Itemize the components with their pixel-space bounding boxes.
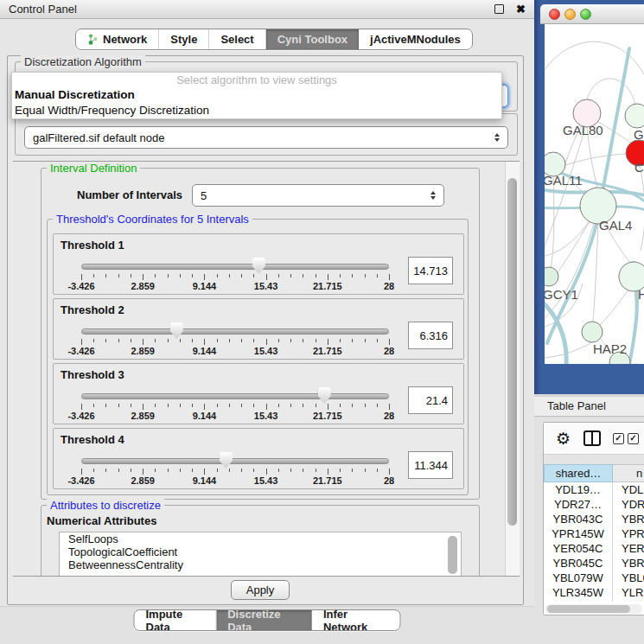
- minimize-traffic-light-icon[interactable]: [564, 9, 576, 20]
- table-row[interactable]: YDL19…YDL1: [544, 482, 644, 497]
- table-row[interactable]: YPR145WYPR1: [544, 526, 644, 541]
- threshold-value-field[interactable]: 14.713: [408, 257, 453, 284]
- table-horizontal-scrollbar-thumb[interactable]: [547, 605, 630, 613]
- slider-tick: [168, 404, 169, 407]
- table-row[interactable]: YER054CYER0: [544, 541, 644, 556]
- threshold-slider-thumb[interactable]: [170, 322, 183, 339]
- table-row[interactable]: YIL052CYIL0: [544, 600, 644, 602]
- threshold-slider-thumb[interactable]: [252, 258, 265, 274]
- attribute-list-item[interactable]: TopologicalCoefficient: [60, 545, 461, 558]
- table-row[interactable]: YBR043CYBR0: [544, 512, 644, 526]
- settings-scrollbar-thumb[interactable]: [507, 178, 517, 526]
- table-data-value: galFiltered.sif default node: [33, 131, 164, 144]
- interval-definition-group: Interval Definition Number of Intervals …: [41, 168, 480, 500]
- threshold-box: Threshold 3-3.4262.8599.14415.4321.71528…: [53, 363, 464, 424]
- threshold-value-field[interactable]: 11.344: [408, 451, 453, 479]
- checkbox-icon[interactable]: ✓: [628, 433, 639, 444]
- slider-tick: [365, 404, 366, 407]
- slider-tick: [155, 469, 156, 472]
- slider-tick: [192, 339, 193, 342]
- network-node[interactable]: [545, 267, 558, 286]
- tab-jactivemnodules[interactable]: jActiveMNodules: [359, 29, 472, 49]
- table-header-row: shared… n: [544, 464, 644, 482]
- network-edge[interactable]: [587, 79, 635, 105]
- table-cell-name: YIL0: [613, 600, 644, 602]
- tab-label: Infer Network: [323, 609, 389, 631]
- tab-discretize-data[interactable]: Discretize Data: [216, 610, 312, 630]
- slider-tick: [131, 469, 131, 472]
- slider-tick: [352, 469, 353, 472]
- table-horizontal-scrollbar[interactable]: [545, 604, 642, 614]
- numerical-attributes-list[interactable]: SelfLoopsTopologicalCoefficientBetweenne…: [59, 532, 462, 577]
- threshold-value-field[interactable]: 21.4: [408, 386, 453, 414]
- slider-tick: [278, 469, 279, 472]
- network-node[interactable]: [625, 104, 644, 128]
- slider-tick: [180, 274, 181, 277]
- threshold-slider-thumb[interactable]: [220, 452, 233, 469]
- slider-tick: [81, 469, 82, 475]
- attribute-list-item[interactable]: SelfLoops: [60, 532, 461, 545]
- threshold-slider-track[interactable]: [81, 264, 389, 270]
- table-row[interactable]: YDR27…YDR2: [544, 497, 644, 512]
- tab-cyni-toolbox[interactable]: Cyni Toolbox: [266, 29, 359, 49]
- table-data-combo[interactable]: galFiltered.sif default node: [24, 126, 508, 149]
- slider-tick: [118, 469, 119, 472]
- tab-select[interactable]: Select: [209, 29, 265, 49]
- list-scrollbar-thumb[interactable]: [448, 536, 457, 574]
- network-edge[interactable]: [599, 290, 628, 326]
- algorithm-option[interactable]: Equal Width/Frequency Discretization: [12, 103, 501, 118]
- column-header-shared-name[interactable]: shared…: [544, 464, 613, 482]
- network-window-frame[interactable]: GAL80GCGAL11GAL4GCY1HHAP2: [534, 0, 644, 394]
- attribute-list-item[interactable]: BetweennessCentrality: [60, 558, 461, 571]
- split-columns-icon[interactable]: [583, 430, 601, 446]
- table-row[interactable]: YBL079WYBL0: [544, 571, 644, 585]
- number-of-intervals-combo[interactable]: 5: [192, 184, 444, 207]
- slider-tick: [290, 404, 291, 407]
- close-traffic-light-icon[interactable]: [549, 9, 560, 20]
- gear-icon[interactable]: ⚙: [556, 430, 571, 447]
- table-cell-shared-name: YBR045C: [544, 556, 613, 571]
- zoom-traffic-light-icon[interactable]: [580, 9, 591, 20]
- slider-tick: [192, 404, 193, 407]
- table-row[interactable]: YLR345WYLR3: [544, 585, 644, 600]
- tab-label: jActiveMNodules: [370, 33, 461, 46]
- slider-tick: [278, 339, 279, 342]
- network-node[interactable]: [582, 322, 603, 342]
- network-canvas[interactable]: GAL80GCGAL11GAL4GCY1HHAP2: [545, 24, 644, 364]
- checkbox-icon[interactable]: ✓: [613, 433, 624, 444]
- threshold-slider-track[interactable]: [81, 458, 389, 464]
- control-panel: Control Panel ✖ NetworkStyleSelectCyni T…: [0, 0, 534, 644]
- threshold-slider-track[interactable]: [81, 328, 389, 335]
- column-header-name[interactable]: n: [613, 464, 644, 482]
- slider-tick: [316, 469, 316, 472]
- close-icon[interactable]: ✖: [516, 5, 526, 13]
- tab-style[interactable]: Style: [159, 29, 209, 49]
- network-edge[interactable]: [545, 220, 590, 257]
- table-row[interactable]: YBR045CYBR0: [544, 556, 644, 571]
- threshold-value-field[interactable]: 6.316: [408, 322, 453, 349]
- tab-impute-data[interactable]: Impute Data: [135, 610, 217, 630]
- network-node-label: C: [634, 160, 644, 175]
- slider-tick: [217, 339, 218, 342]
- tab-network[interactable]: Network: [76, 29, 159, 49]
- threshold-slider-thumb[interactable]: [318, 387, 331, 404]
- threshold-slider-track[interactable]: [81, 393, 389, 399]
- tab-label: Cyni Toolbox: [277, 33, 348, 46]
- network-edge[interactable]: [556, 222, 590, 275]
- bottom-tab-bar: Impute DataDiscretize DataInfer Network: [134, 609, 401, 631]
- float-window-icon[interactable]: [494, 4, 504, 14]
- threshold-label: Threshold 2: [61, 303, 124, 316]
- algorithm-option[interactable]: Manual Discretization: [12, 87, 501, 103]
- tab-infer-network[interactable]: Infer Network: [312, 610, 400, 630]
- slider-tick: [143, 274, 143, 280]
- slider-tick: [93, 469, 94, 472]
- table-cell-name: YPR1: [613, 526, 644, 541]
- slider-tick: [131, 404, 131, 407]
- apply-button[interactable]: Apply: [231, 580, 290, 600]
- slider-tick: [266, 274, 267, 280]
- threshold-box: Threshold 1-3.4262.8599.14415.4321.71528…: [53, 233, 464, 295]
- slider-tick: [303, 274, 303, 277]
- slider-tick: [377, 274, 378, 277]
- slider-tick-label: 9.144: [193, 411, 217, 421]
- settings-scrollbar[interactable]: [505, 162, 520, 576]
